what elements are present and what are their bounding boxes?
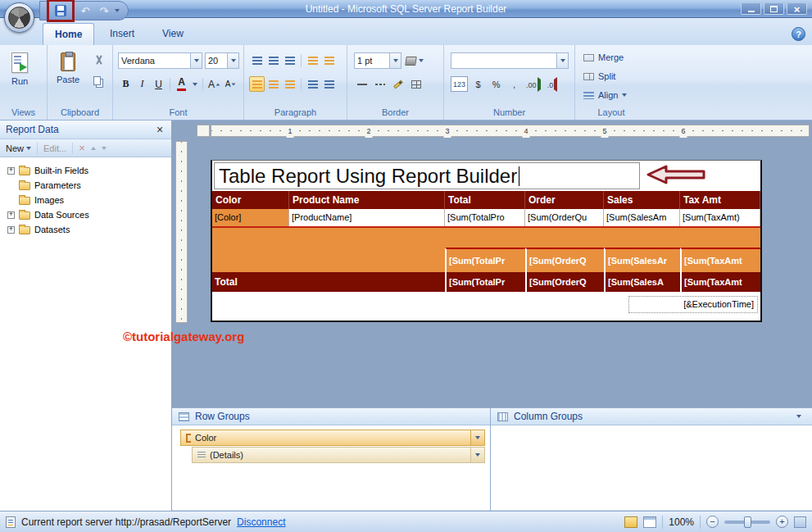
delete-button[interactable] xyxy=(79,143,85,153)
group-cell[interactable]: [Sum(TaxAmt xyxy=(680,228,760,272)
cut-button[interactable] xyxy=(92,52,107,67)
run-button[interactable]: Run xyxy=(7,49,33,89)
close-button[interactable] xyxy=(787,2,807,15)
total-label-cell[interactable]: Total xyxy=(212,272,289,292)
align-center-button[interactable] xyxy=(265,52,281,68)
total-cell[interactable]: [Sum(OrderQ xyxy=(525,272,604,292)
minimize-button[interactable] xyxy=(741,2,761,15)
detail-cell[interactable]: [Sum(TaxAmt) xyxy=(680,209,760,226)
report-title-textbox[interactable]: Table Report Using Report Builder xyxy=(214,162,640,189)
application-menu-button[interactable] xyxy=(4,2,34,33)
tab-home[interactable]: Home xyxy=(43,23,94,45)
undo-button[interactable] xyxy=(77,2,93,19)
header-cell[interactable]: Color xyxy=(212,191,289,209)
tab-view[interactable]: View xyxy=(151,23,195,45)
border-grid-button[interactable] xyxy=(408,76,424,92)
border-dashed-button[interactable] xyxy=(372,76,388,92)
indent-increase-button[interactable] xyxy=(321,52,337,68)
border-solid-button[interactable] xyxy=(354,76,370,92)
total-cell[interactable]: [Sum(TaxAmt xyxy=(680,272,760,292)
group-cell[interactable] xyxy=(289,228,445,272)
bullets-button[interactable] xyxy=(305,76,320,92)
header-cell[interactable]: Product Name xyxy=(289,191,445,209)
group-cell[interactable]: [Sum(SalesAr xyxy=(604,228,680,272)
tree-item-parameters[interactable]: Parameters xyxy=(0,178,171,193)
detail-cell[interactable]: [ProductName] xyxy=(289,209,445,226)
border-draw-button[interactable] xyxy=(390,76,406,92)
font-size-select[interactable]: 20 xyxy=(205,52,239,69)
detail-cell[interactable]: [Color] xyxy=(212,209,289,226)
number-format-dropdown-icon[interactable] xyxy=(556,53,568,68)
header-cell[interactable]: Tax Amt xyxy=(680,191,760,209)
header-cell[interactable]: Total xyxy=(445,191,525,209)
tree-item-datasets[interactable]: Datasets xyxy=(0,222,171,237)
font-family-dropdown-icon[interactable] xyxy=(190,53,202,68)
move-up-button[interactable] xyxy=(91,147,96,150)
expand-icon[interactable] xyxy=(7,167,15,175)
underline-button[interactable]: U xyxy=(151,76,166,92)
column-groups-collapse-button[interactable] xyxy=(792,415,805,418)
number-style-button[interactable]: 123 xyxy=(451,76,468,92)
zoom-out-button[interactable] xyxy=(706,516,719,528)
total-cell[interactable]: [Sum(TotalPr xyxy=(445,272,525,292)
font-family-select[interactable]: Verdana xyxy=(118,52,202,69)
expand-icon[interactable] xyxy=(7,211,15,219)
italic-button[interactable]: I xyxy=(134,76,150,92)
header-cell[interactable]: Sales xyxy=(604,191,680,209)
fill-color-button[interactable] xyxy=(406,57,424,66)
comma-button[interactable]: , xyxy=(506,76,522,92)
split-button[interactable]: Split xyxy=(583,71,615,81)
paste-button[interactable]: Paste xyxy=(52,49,84,88)
qat-dropdown-icon[interactable] xyxy=(115,9,120,12)
move-down-button[interactable] xyxy=(102,147,107,150)
copy-button[interactable] xyxy=(92,75,107,89)
align-left-button[interactable] xyxy=(249,52,265,68)
new-button[interactable]: New xyxy=(6,143,31,153)
tree-item-images[interactable]: Images xyxy=(0,193,171,207)
bold-button[interactable]: B xyxy=(118,76,134,92)
decrease-decimal-button[interactable] xyxy=(545,76,560,92)
align-middle-button[interactable] xyxy=(265,76,281,92)
group-sum-cell[interactable]: [Sum(TaxAmt xyxy=(680,248,760,272)
currency-button[interactable]: $ xyxy=(470,76,486,92)
zoom-slider[interactable] xyxy=(724,521,770,524)
detail-cell[interactable]: [Sum(SalesAm xyxy=(604,209,680,226)
row-group-color[interactable]: Color xyxy=(180,430,485,446)
align-right-button[interactable] xyxy=(282,52,297,68)
group-cell[interactable]: [Sum(OrderQ xyxy=(525,228,604,272)
shrink-font-button[interactable]: A xyxy=(223,76,238,92)
execution-time-textbox[interactable]: [&ExecutionTime] xyxy=(628,296,758,313)
group-sum-cell[interactable]: [Sum(SalesAr xyxy=(604,248,680,272)
font-size-dropdown-icon[interactable] xyxy=(227,53,238,68)
indent-decrease-button[interactable] xyxy=(305,52,320,68)
zoom-slider-thumb[interactable] xyxy=(744,516,751,528)
merge-button[interactable]: Merge xyxy=(583,52,624,62)
border-width-dropdown-icon[interactable] xyxy=(389,53,401,68)
maximize-button[interactable] xyxy=(764,2,784,15)
font-color-dropdown[interactable] xyxy=(190,76,199,92)
row-group-dropdown[interactable] xyxy=(470,430,484,445)
group-sum-cell[interactable]: [Sum(OrderQ xyxy=(525,248,604,272)
detail-cell[interactable]: [Sum(TotalPro xyxy=(445,209,525,226)
group-cell[interactable] xyxy=(212,228,289,272)
expand-icon[interactable] xyxy=(7,226,15,234)
total-cell[interactable] xyxy=(289,272,445,292)
align-top-button[interactable] xyxy=(249,76,265,92)
group-cell[interactable]: [Sum(TotalPr xyxy=(445,228,525,272)
zoom-in-button[interactable] xyxy=(776,516,788,528)
detail-cell[interactable]: [Sum(OrderQu xyxy=(525,209,604,226)
disconnect-link[interactable]: Disconnect xyxy=(237,516,285,528)
tree-item-data-sources[interactable]: Data Sources xyxy=(0,207,171,222)
border-width-select[interactable]: 1 pt xyxy=(354,52,401,69)
preview-view-icon[interactable] xyxy=(643,516,656,528)
percent-button[interactable]: % xyxy=(488,76,504,92)
increase-decimal-button[interactable] xyxy=(524,76,542,92)
edit-button[interactable]: Edit... xyxy=(43,143,66,153)
row-group-details[interactable]: (Details) xyxy=(192,447,485,463)
grow-font-button[interactable]: A xyxy=(206,76,222,92)
align-bottom-button[interactable] xyxy=(282,76,297,92)
save-button[interactable] xyxy=(52,2,69,19)
redo-button[interactable] xyxy=(96,2,112,19)
font-color-button[interactable]: A xyxy=(174,76,189,92)
numbering-button[interactable] xyxy=(321,76,337,92)
